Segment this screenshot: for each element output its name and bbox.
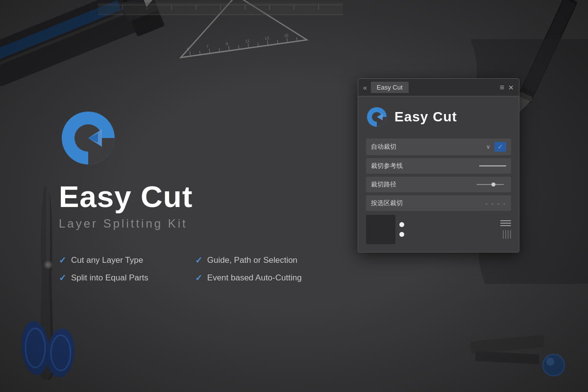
panel-dot-1 xyxy=(399,222,404,227)
left-section: Easy Cut Layer Splitting Kit ✓ Cut any L… xyxy=(59,109,302,283)
panel-dot-2 xyxy=(399,232,404,237)
feature-item-1: ✓ Cut any Layer Type xyxy=(59,255,166,266)
panel-slider-control[interactable] xyxy=(477,184,506,185)
feature-text-4: Event based Auto-Cutting xyxy=(207,273,302,283)
easy-cut-panel: « Easy Cut ≡ ✕ Easy Cut 自动裁切 ∨ ✓ 裁 xyxy=(358,78,519,253)
feature-text-1: Cut any Layer Type xyxy=(71,255,143,265)
feature-item-4: ✓ Event based Auto-Cutting xyxy=(195,273,302,283)
panel-row-selection[interactable]: 按选区裁切 - - - - xyxy=(366,195,511,211)
panel-row-label-3: 裁切路径 xyxy=(371,180,473,189)
app-logo xyxy=(59,109,118,167)
app-title: Easy Cut xyxy=(59,179,193,214)
logo-container xyxy=(59,109,118,169)
panel-dots-area xyxy=(399,222,404,237)
panel-close-button[interactable]: ✕ xyxy=(508,84,514,92)
panel-title-text: Easy Cut xyxy=(394,109,457,125)
features-list: ✓ Cut any Layer Type ✓ Guide, Path or Se… xyxy=(59,255,302,283)
panel-row-auto-cut[interactable]: 自动裁切 ∨ ✓ xyxy=(366,138,511,155)
panel-row-path[interactable]: 裁切路径 xyxy=(366,177,511,192)
panel-row-label-4: 按选区裁切 xyxy=(371,199,482,208)
panel-row-guide[interactable]: 裁切参考线 xyxy=(366,158,511,174)
panel-line-solid-icon xyxy=(479,165,506,166)
panel-check-1[interactable]: ✓ xyxy=(494,142,506,152)
check-icon-4: ✓ xyxy=(195,273,202,283)
panel-tab[interactable]: Easy Cut xyxy=(371,82,409,93)
feature-item-3: ✓ Guide, Path or Selection xyxy=(195,255,302,266)
panel-controls: ≡ ✕ xyxy=(500,83,514,92)
check-icon-3: ✓ xyxy=(195,255,202,266)
panel-header: Easy Cut xyxy=(366,106,511,128)
panel-body: Easy Cut 自动裁切 ∨ ✓ 裁切参考线 裁切路径 按选区裁切 - - -… xyxy=(358,96,519,252)
panel-logo-icon xyxy=(366,106,388,128)
feature-text-3: Guide, Path or Selection xyxy=(207,255,297,265)
panel-bottom-section xyxy=(366,215,511,244)
check-icon-2: ✓ xyxy=(59,273,66,283)
check-icon-1: ✓ xyxy=(59,255,66,266)
panel-vertical-bars-icon[interactable] xyxy=(503,230,511,239)
panel-row-label-1: 自动裁切 xyxy=(371,142,482,151)
app-subtitle: Layer Splitting Kit xyxy=(59,217,188,231)
feature-text-2: Split into Equal Parts xyxy=(71,273,148,283)
panel-dropdown-arrow-1[interactable]: ∨ xyxy=(486,143,490,150)
panel-titlebar: « Easy Cut ≡ ✕ xyxy=(358,79,519,96)
panel-hamburger-icon[interactable] xyxy=(500,220,511,226)
feature-item-2: ✓ Split into Equal Parts xyxy=(59,273,166,283)
panel-layer-thumbnail xyxy=(366,215,395,244)
panel-right-icons xyxy=(500,220,511,239)
panel-menu-icon[interactable]: ≡ xyxy=(500,83,504,92)
panel-back-button[interactable]: « xyxy=(363,84,367,92)
panel-dashes-icon: - - - - xyxy=(486,200,506,207)
panel-row-label-2: 裁切参考线 xyxy=(371,161,475,170)
